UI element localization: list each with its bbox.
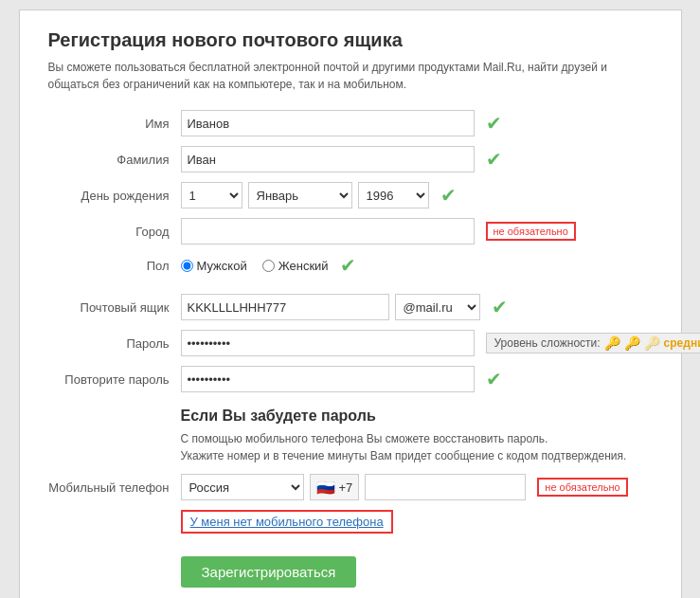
gender-check-icon: ✔ xyxy=(340,254,356,277)
register-button[interactable]: Зарегистрироваться xyxy=(181,556,357,588)
gender-label: Пол xyxy=(48,259,181,273)
birthdate-row: День рождения 12345 ЯнварьФевральМартАпр… xyxy=(48,182,653,208)
surname-input[interactable] xyxy=(181,146,475,172)
confirm-password-check-icon: ✔ xyxy=(486,368,502,390)
month-select[interactable]: ЯнварьФевральМартАпрель xyxy=(248,182,352,208)
confirm-password-row: Повторите пароль ✔ xyxy=(48,366,653,392)
name-check-icon: ✔ xyxy=(486,112,502,135)
phone-input[interactable] xyxy=(365,474,526,500)
city-label: Город xyxy=(48,225,181,239)
strength-value: средний xyxy=(664,336,700,350)
gender-female-text: Женский xyxy=(278,259,329,273)
country-select[interactable]: Россия Украина Беларусь xyxy=(181,474,304,500)
confirm-password-input[interactable] xyxy=(181,366,475,392)
city-row: Город не обязательно xyxy=(48,218,653,245)
strength-text-label: Уровень сложности: xyxy=(494,336,601,350)
birthdate-check-icon: ✔ xyxy=(440,184,457,207)
mailbox-label: Почтовый ящик xyxy=(48,300,181,315)
mailbox-control: @mail.ru @inbox.ru @list.ru ✔ xyxy=(181,294,653,320)
confirm-password-control: ✔ xyxy=(181,366,653,392)
surname-check-icon: ✔ xyxy=(486,148,502,171)
gender-male-label[interactable]: Мужской xyxy=(181,259,247,273)
password-input[interactable] xyxy=(181,330,475,356)
domain-select[interactable]: @mail.ru @inbox.ru @list.ru xyxy=(395,294,480,320)
day-select[interactable]: 12345 xyxy=(181,182,242,208)
no-phone-container: У меня нет мобильного телефона xyxy=(48,510,653,545)
gender-female-label[interactable]: Женский xyxy=(262,259,329,273)
name-label: Имя xyxy=(48,117,181,131)
page-subtitle: Вы сможете пользоваться бесплатной элект… xyxy=(48,59,653,93)
gender-control: Мужской Женский ✔ xyxy=(181,254,653,277)
confirm-password-label: Повторите пароль xyxy=(48,372,181,387)
recovery-title: Если Вы забудете пароль xyxy=(181,408,653,425)
name-control: ✔ xyxy=(181,110,653,136)
gender-male-radio[interactable] xyxy=(181,260,193,272)
city-input[interactable] xyxy=(181,218,475,245)
gender-male-text: Мужской xyxy=(197,259,247,273)
mailbox-check-icon: ✔ xyxy=(492,296,508,318)
name-row: Имя ✔ xyxy=(48,110,653,136)
birthdate-label: День рождения xyxy=(48,189,181,203)
year-select[interactable]: 1996199519941993 xyxy=(358,182,429,208)
recovery-desc: С помощью мобильного телефона Вы сможете… xyxy=(181,430,653,464)
flag-icon: 🇷🇺 xyxy=(316,479,335,497)
mobile-control: Россия Украина Беларусь 🇷🇺 +7 не обязате… xyxy=(181,474,653,500)
phone-optional-badge: не обязательно xyxy=(537,478,627,497)
name-input[interactable] xyxy=(181,110,475,136)
key-icon-3: 🔑 xyxy=(644,335,660,351)
password-control: Уровень сложности: 🔑 🔑 🔑 средний xyxy=(181,330,701,356)
main-container: Регистрация нового почтового ящика Вы см… xyxy=(19,9,682,598)
no-phone-link[interactable]: У меня нет мобильного телефона xyxy=(181,510,393,534)
key-icon-2: 🔑 xyxy=(624,335,640,351)
gender-radio-group: Мужской Женский xyxy=(181,259,329,273)
birthdate-control: 12345 ЯнварьФевральМартАпрель 1996199519… xyxy=(181,182,653,208)
password-label: Пароль xyxy=(48,336,181,351)
mailbox-row: Почтовый ящик @mail.ru @inbox.ru @list.r… xyxy=(48,294,653,320)
city-optional-badge: не обязательно xyxy=(486,222,576,241)
mobile-row: Мобильный телефон Россия Украина Беларус… xyxy=(48,474,653,500)
strength-indicator: Уровень сложности: 🔑 🔑 🔑 средний xyxy=(486,333,701,353)
surname-row: Фамилия ✔ xyxy=(48,146,653,172)
register-container: Зарегистрироваться xyxy=(48,556,653,597)
gender-female-radio[interactable] xyxy=(262,260,275,272)
mobile-label: Мобильный телефон xyxy=(48,480,181,495)
mailbox-input[interactable] xyxy=(181,294,389,320)
surname-control: ✔ xyxy=(181,146,653,172)
recovery-section: Если Вы забудете пароль С помощью мобиль… xyxy=(181,408,653,464)
phone-prefix: 🇷🇺 +7 xyxy=(310,474,360,500)
phone-prefix-text: +7 xyxy=(339,480,353,495)
page-title: Регистрация нового почтового ящика xyxy=(48,29,653,51)
password-row: Пароль Уровень сложности: 🔑 🔑 🔑 средний xyxy=(48,330,653,356)
gender-row: Пол Мужской Женский ✔ xyxy=(48,254,653,277)
city-control: не обязательно xyxy=(181,218,653,245)
key-icon-1: 🔑 xyxy=(604,335,620,351)
surname-label: Фамилия xyxy=(48,153,181,167)
